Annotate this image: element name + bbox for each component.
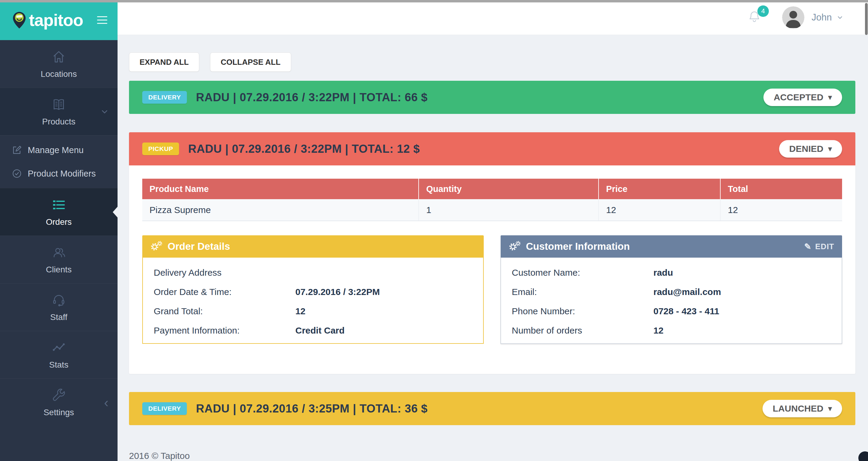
detail-value: radu [653,268,673,278]
brand-name: tapitoo [29,10,83,30]
detail-label: Grand Total: [154,306,296,316]
tapitoo-pin-icon [13,11,26,29]
customer-information-header: Customer Information ✎ EDIT [501,235,842,257]
panel-title: Order Details [167,241,230,252]
sidebar: tapitoo Locations Products Manage Menu [0,0,118,461]
detail-row: Email: radu@mail.com [512,282,842,302]
detail-label: Customer Name: [512,268,653,278]
detail-value: Credit Card [296,326,344,336]
detail-row: Customer Name: radu [512,263,842,282]
order-details-header: Order Details [142,235,484,257]
cogs-icon [150,241,164,252]
sidebar-item-settings[interactable]: Settings ‹ [0,378,118,426]
detail-row: Payment Information: Credit Card [154,321,483,340]
menu-book-icon [51,97,66,112]
table-header-price: Price [598,179,720,199]
order-status-label: ACCEPTED [774,92,824,102]
order-detail-panels: Order Details Delivery Address Order Dat… [142,235,842,344]
detail-value: 0728 - 423 - 411 [653,306,719,316]
caret-down-icon: ▾ [828,93,832,101]
collapse-all-button[interactable]: COLLAPSE ALL [210,53,291,72]
detail-value: 12 [653,326,663,336]
sidebar-item-label: Product Modifiers [28,169,96,179]
chevron-down-icon [100,107,109,116]
edit-label: EDIT [815,242,834,251]
detail-label: Order Date & Time: [154,287,296,297]
notifications-button[interactable]: 4 [747,9,763,26]
cell-quantity: 1 [418,199,598,221]
sidebar-item-label: Clients [46,265,72,275]
toolbar: EXPAND ALL COLLAPSE ALL [129,53,855,72]
sidebar-item-label: Settings [43,408,74,417]
order-details-panel: Order Details Delivery Address Order Dat… [142,235,484,344]
order-details-body: Delivery Address Order Date & Time: 07.2… [142,257,484,344]
expand-all-button[interactable]: EXPAND ALL [129,53,199,72]
sidebar-item-stats[interactable]: Stats [0,331,118,378]
detail-row: Phone Number: 0728 - 423 - 411 [512,302,842,321]
scrollbar-thumb[interactable] [865,3,868,35]
sidebar-item-locations[interactable]: Locations [0,40,118,88]
sidebar-item-label: Orders [46,217,72,227]
sidebar-item-staff[interactable]: Staff [0,283,118,331]
chevron-left-icon[interactable]: ‹ [104,398,108,407]
cell-total: 12 [720,199,842,221]
cell-product-name: Pizza Supreme [142,199,418,221]
order-type-badge: DELIVERY [142,91,187,104]
pencil-icon: ✎ [804,242,811,252]
sidebar-item-clients[interactable]: Clients [0,236,118,283]
clients-icon [51,245,66,260]
detail-label: Phone Number: [512,306,653,316]
order-status-dropdown[interactable]: ACCEPTED ▾ [764,89,842,106]
sidebar-item-products[interactable]: Products [0,88,118,135]
headset-icon [51,293,66,308]
detail-label: Number of orders [512,326,653,336]
cogs-icon [508,241,522,252]
sidebar-item-label: Staff [50,312,67,322]
order-bar-launched[interactable]: DELIVERY RADU | 07.29.2016 / 3:25PM | TO… [129,392,855,425]
order-status-dropdown[interactable]: DENIED ▾ [779,140,842,158]
table-header-quantity: Quantity [418,179,598,199]
sidebar-item-label: Stats [49,360,68,370]
caret-down-icon: ▾ [828,145,832,153]
sidebar-item-product-modifiers[interactable]: Product Modifiers [0,162,118,185]
order-summary: RADU | 07.29.2016 / 3:22PM | TOTAL: 12 $ [188,143,420,155]
sidebar-item-label: Locations [41,69,77,79]
order-items-table: Product Name Quantity Price Total Pizza … [142,179,842,221]
content: EXPAND ALL COLLAPSE ALL DELIVERY RADU | … [118,35,868,461]
detail-row: Order Date & Time: 07.29.2016 / 3:22PM [154,282,483,302]
home-icon [51,50,66,64]
chevron-down-icon[interactable] [836,13,844,21]
detail-row: Number of orders 12 [512,321,842,340]
order-card-expanded: PICKUP RADU | 07.29.2016 / 3:22PM | TOTA… [129,132,855,374]
order-type-badge: DELIVERY [142,402,187,415]
detail-value: 12 [296,306,305,316]
active-item-notch [113,206,118,218]
detail-value: radu@mail.com [653,287,721,297]
order-status-dropdown[interactable]: LAUNCHED ▾ [763,400,842,417]
user-menu[interactable]: John [812,12,832,23]
topbar: 4 John [118,0,868,35]
order-summary: RADU | 07.29.2016 / 3:25PM | TOTAL: 36 $ [196,402,427,415]
order-status-label: DENIED [789,144,824,154]
sidebar-item-label: Products [42,117,76,127]
detail-label: Payment Information: [154,326,296,336]
cell-price: 12 [598,199,720,221]
sidebar-item-orders[interactable]: Orders [0,188,118,236]
logo-block[interactable]: tapitoo [0,0,118,40]
notification-count-badge: 4 [757,5,769,17]
order-status-label: LAUNCHED [773,403,824,414]
avatar-silhouette-icon [782,6,804,29]
products-submenu: Manage Menu Product Modifiers [0,135,118,188]
detail-row: Delivery Address [154,263,483,282]
order-card-body: Product Name Quantity Price Total Pizza … [129,165,855,374]
sidebar-item-label: Manage Menu [28,145,84,155]
footer-copyright: 2016 © Tapitoo [129,451,855,461]
order-bar-denied[interactable]: PICKUP RADU | 07.29.2016 / 3:22PM | TOTA… [129,132,855,165]
wrench-icon [51,388,66,403]
avatar[interactable] [782,6,804,29]
order-bar-accepted[interactable]: DELIVERY RADU | 07.29.2016 / 3:22PM | TO… [129,81,855,114]
sidebar-item-manage-menu[interactable]: Manage Menu [0,138,118,162]
menu-toggle-icon[interactable] [97,14,107,26]
edit-customer-button[interactable]: ✎ EDIT [804,242,834,252]
panel-title: Customer Information [526,241,630,252]
